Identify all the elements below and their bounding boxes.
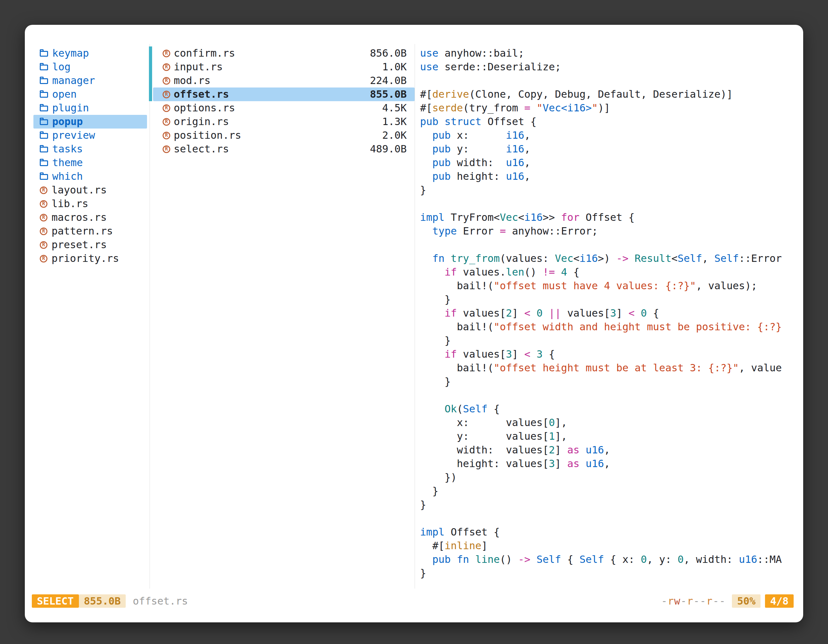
code-line: if values[3] < 3 { bbox=[420, 348, 794, 361]
sidebar-item-preview[interactable]: preview bbox=[33, 128, 147, 142]
folder-icon bbox=[40, 78, 48, 84]
file-row-select-rs[interactable]: Rselect.rs489.0B bbox=[153, 142, 415, 156]
sidebar-item-label: plugin bbox=[52, 101, 89, 115]
code-line: Ok(Self { bbox=[420, 402, 794, 416]
code-line: pub width: u16, bbox=[420, 156, 794, 169]
code-line: bail!("offset height must be at least 3:… bbox=[420, 361, 794, 375]
sidebar-item-label: preview bbox=[52, 128, 95, 142]
file-row-mod-rs[interactable]: Rmod.rs224.0B bbox=[153, 74, 415, 88]
file-row-offset-rs[interactable]: Roffset.rs855.0B bbox=[153, 88, 415, 101]
sidebar-item-log[interactable]: log bbox=[33, 60, 147, 74]
sidebar-item-tasks[interactable]: tasks bbox=[33, 142, 147, 156]
file-manager-window: keymaplogmanageropenpluginpopuppreviewta… bbox=[25, 25, 803, 622]
sidebar-item-plugin[interactable]: plugin bbox=[33, 101, 147, 115]
code-line: height: values[3] as u16, bbox=[420, 457, 794, 471]
sidebar-item-label: pattern.rs bbox=[52, 224, 113, 238]
sidebar-item-popup[interactable]: popup bbox=[33, 115, 147, 128]
code-line: } bbox=[420, 498, 794, 512]
sidebar-item-preset-rs[interactable]: Rpreset.rs bbox=[33, 238, 147, 252]
file-size: 224.0B bbox=[370, 74, 407, 88]
sidebar-item-priority-rs[interactable]: Rpriority.rs bbox=[33, 252, 147, 265]
mode-badge: SELECT bbox=[32, 594, 79, 608]
rust-file-icon: R bbox=[163, 77, 170, 85]
sidebar-item-label: tasks bbox=[52, 142, 83, 156]
file-size: 2.0K bbox=[382, 128, 407, 142]
status-left: SELECT 855.0B offset.rs bbox=[32, 594, 188, 608]
sidebar-item-open[interactable]: open bbox=[33, 88, 147, 101]
sidebar-item-label: macros.rs bbox=[52, 211, 107, 224]
pane-separator-right bbox=[415, 44, 415, 589]
sidebar-item-label: keymap bbox=[52, 47, 89, 60]
sidebar-item-manager[interactable]: manager bbox=[33, 74, 147, 88]
code-line bbox=[420, 238, 794, 252]
folder-icon bbox=[40, 147, 48, 152]
code-line: fn try_from(values: Vec<i16>) -> Result<… bbox=[420, 252, 794, 265]
permissions: -rw-r--r-- bbox=[661, 594, 726, 608]
sidebar-item-theme[interactable]: theme bbox=[33, 156, 147, 169]
code-line: use serde::Deserialize; bbox=[420, 60, 794, 74]
sidebar-item-label: theme bbox=[52, 156, 83, 169]
file-size-badge: 855.0B bbox=[79, 594, 126, 608]
file-row-origin-rs[interactable]: Rorigin.rs1.3K bbox=[153, 115, 415, 128]
sidebar-item-macros-rs[interactable]: Rmacros.rs bbox=[33, 211, 147, 224]
code-line bbox=[420, 389, 794, 402]
file-name: position.rs bbox=[174, 128, 241, 142]
file-name: mod.rs bbox=[174, 74, 211, 88]
folder-icon bbox=[40, 174, 48, 180]
folder-icon bbox=[40, 64, 48, 71]
code-line: } bbox=[420, 484, 794, 498]
rust-file-icon: R bbox=[40, 186, 47, 194]
rust-file-icon: R bbox=[40, 214, 47, 221]
scroll-percent-badge: 50% bbox=[732, 594, 761, 608]
sidebar-item-keymap[interactable]: keymap bbox=[33, 47, 147, 60]
file-row-input-rs[interactable]: Rinput.rs1.0K bbox=[153, 60, 415, 74]
sidebar-item-layout-rs[interactable]: Rlayout.rs bbox=[33, 183, 147, 197]
preview-pane: use anyhow::bail;use serde::Deserialize;… bbox=[420, 47, 794, 589]
filelist-pane: Rconfirm.rs856.0BRinput.rs1.0KRmod.rs224… bbox=[153, 47, 415, 156]
code-line: } bbox=[420, 334, 794, 348]
file-size: 1.0K bbox=[382, 60, 407, 74]
code-line: }) bbox=[420, 471, 794, 484]
sidebar-item-label: priority.rs bbox=[52, 252, 119, 265]
folder-icon bbox=[40, 92, 48, 98]
code-line: impl Offset { bbox=[420, 525, 794, 539]
code-line: } bbox=[420, 183, 794, 197]
rust-file-icon: R bbox=[163, 104, 170, 112]
code-line: #[derive(Clone, Copy, Debug, Default, De… bbox=[420, 88, 794, 101]
status-filename: offset.rs bbox=[133, 594, 188, 608]
code-line: } bbox=[420, 566, 794, 580]
folder-icon bbox=[40, 106, 48, 111]
sidebar-item-label: preset.rs bbox=[52, 238, 107, 252]
sidebar-item-label: lib.rs bbox=[52, 197, 88, 211]
status-right: -rw-r--r-- 50% 4/8 bbox=[661, 594, 794, 608]
sidebar-item-which[interactable]: which bbox=[33, 169, 147, 183]
filelist-scrollbar[interactable] bbox=[149, 47, 152, 101]
cursor-position-badge: 4/8 bbox=[765, 594, 794, 608]
file-row-options-rs[interactable]: Roptions.rs4.5K bbox=[153, 101, 415, 115]
sidebar-item-label: open bbox=[52, 88, 77, 101]
code-line: use anyhow::bail; bbox=[420, 47, 794, 60]
sidebar-item-pattern-rs[interactable]: Rpattern.rs bbox=[33, 224, 147, 238]
sidebar-item-lib-rs[interactable]: Rlib.rs bbox=[33, 197, 147, 211]
code-line: pub x: i16, bbox=[420, 128, 794, 142]
file-size: 855.0B bbox=[370, 88, 407, 101]
code-line: } bbox=[420, 375, 794, 389]
desktop-background: keymaplogmanageropenpluginpopuppreviewta… bbox=[0, 0, 828, 644]
code-line: type Error = anyhow::Error; bbox=[420, 224, 794, 238]
file-row-position-rs[interactable]: Rposition.rs2.0K bbox=[153, 128, 415, 142]
rust-file-icon: R bbox=[40, 227, 47, 235]
folder-icon bbox=[40, 133, 48, 139]
status-bar: SELECT 855.0B offset.rs -rw-r--r-- 50% 4… bbox=[32, 594, 794, 608]
file-row-confirm-rs[interactable]: Rconfirm.rs856.0B bbox=[153, 47, 415, 60]
file-name: confirm.rs bbox=[174, 47, 235, 60]
sidebar-pane: keymaplogmanageropenpluginpopuppreviewta… bbox=[33, 47, 147, 265]
rust-file-icon: R bbox=[40, 241, 47, 249]
folder-icon bbox=[40, 119, 48, 125]
code-line: bail!("offset must have 4 values: {:?}",… bbox=[420, 279, 794, 293]
rust-file-icon: R bbox=[163, 132, 170, 139]
rust-file-icon: R bbox=[163, 63, 170, 71]
folder-icon bbox=[40, 160, 48, 166]
sidebar-item-label: manager bbox=[52, 74, 95, 88]
rust-file-icon: R bbox=[163, 91, 170, 98]
file-size: 4.5K bbox=[382, 101, 407, 115]
